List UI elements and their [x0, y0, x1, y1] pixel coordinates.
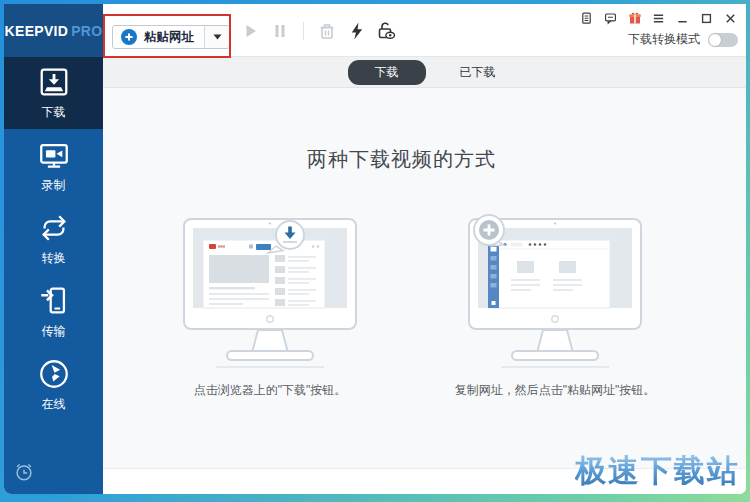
convert-icon	[37, 211, 71, 245]
scheduler-clock-icon	[13, 461, 35, 483]
toolbar: 粘贴网址	[103, 4, 746, 57]
maximize-icon	[700, 12, 713, 25]
record-icon	[37, 138, 71, 172]
minimize-button[interactable]	[675, 11, 690, 25]
method-caption: 点击浏览器上的"下载"按钮。	[194, 382, 347, 399]
clipboard-icon	[580, 11, 593, 25]
method-browser: 点击浏览器上的"下载"按钮。	[167, 213, 373, 399]
pause-icon	[269, 20, 291, 42]
scheduler-button[interactable]	[13, 461, 35, 487]
logo-brand: KEEPVID	[5, 23, 69, 39]
tab-bar: 下载 已下载	[103, 57, 746, 88]
logo-suffix: PRO	[71, 23, 102, 39]
watermark: 极速下载站	[575, 450, 740, 492]
paste-url-dropdown[interactable]	[204, 26, 229, 48]
paste-url-illustration	[455, 213, 655, 373]
sidebar-item-record[interactable]: 录制	[4, 129, 103, 202]
toolbar-divider	[303, 22, 304, 40]
method-paste-url: 复制网址，然后点击"粘贴网址"按钮。	[452, 213, 658, 399]
sidebar-item-transfer[interactable]: 传输	[4, 275, 103, 348]
sidebar-item-label: 转换	[42, 250, 66, 267]
content-area: 两种下载视频的方式	[103, 88, 746, 494]
gift-icon	[628, 11, 642, 25]
private-mode-lock-eye-icon	[376, 20, 398, 42]
turbo-mode-button[interactable]	[346, 20, 368, 42]
menu-icon	[652, 12, 665, 25]
sidebar-item-label: 在线	[42, 396, 66, 413]
sidebar-item-download[interactable]: 下载	[4, 57, 103, 129]
feedback-button[interactable]	[603, 11, 618, 25]
sidebar-item-label: 下载	[42, 104, 66, 121]
pause-download-button[interactable]	[269, 20, 291, 42]
trash-icon	[316, 20, 338, 42]
sidebar-item-online[interactable]: 在线	[4, 348, 103, 421]
dropdown-caret-icon	[213, 34, 222, 40]
gift-button[interactable]	[627, 11, 642, 25]
tab-downloaded[interactable]: 已下载	[454, 60, 502, 85]
main-area: 粘贴网址	[103, 4, 746, 494]
transfer-icon	[37, 284, 71, 318]
play-icon	[239, 20, 261, 42]
app-logo: KEEPVID PRO	[4, 4, 103, 57]
close-icon	[724, 12, 737, 25]
minimize-icon	[676, 12, 689, 25]
download-convert-mode-toggle[interactable]	[708, 33, 738, 47]
maximize-button[interactable]	[699, 11, 714, 25]
tab-downloading[interactable]: 下载	[348, 60, 426, 85]
sidebar-item-convert[interactable]: 转换	[4, 202, 103, 275]
mode-toggle-row: 下载转换模式	[628, 31, 738, 48]
clipboard-button[interactable]	[579, 11, 594, 25]
lightning-icon	[346, 20, 368, 42]
paste-url-button[interactable]: 粘贴网址	[113, 26, 204, 48]
sidebar-item-label: 录制	[42, 177, 66, 194]
feedback-icon	[604, 11, 617, 25]
plus-icon	[121, 29, 137, 45]
app-window: KEEPVID PRO 下载 录制	[4, 4, 746, 494]
page-title: 两种下载视频的方式	[103, 146, 700, 173]
titlebar-right: 下载转换模式	[579, 11, 738, 48]
paste-url-label: 粘贴网址	[144, 29, 194, 46]
window-controls	[579, 11, 738, 25]
delete-button[interactable]	[316, 20, 338, 42]
menu-button[interactable]	[651, 11, 666, 25]
close-button[interactable]	[723, 11, 738, 25]
sidebar-item-label: 传输	[42, 323, 66, 340]
method-caption: 复制网址，然后点击"粘贴网址"按钮。	[455, 382, 656, 399]
online-icon	[37, 357, 71, 391]
toggle-knob	[709, 34, 721, 46]
start-download-button[interactable]	[239, 20, 261, 42]
toolbar-actions	[239, 20, 398, 42]
mode-toggle-label: 下载转换模式	[628, 31, 700, 48]
sidebar: KEEPVID PRO 下载 录制	[4, 4, 103, 494]
browser-download-illustration	[170, 213, 370, 373]
download-icon	[37, 65, 71, 99]
paste-url-split-button: 粘贴网址	[112, 25, 230, 49]
private-mode-button[interactable]	[376, 20, 398, 42]
